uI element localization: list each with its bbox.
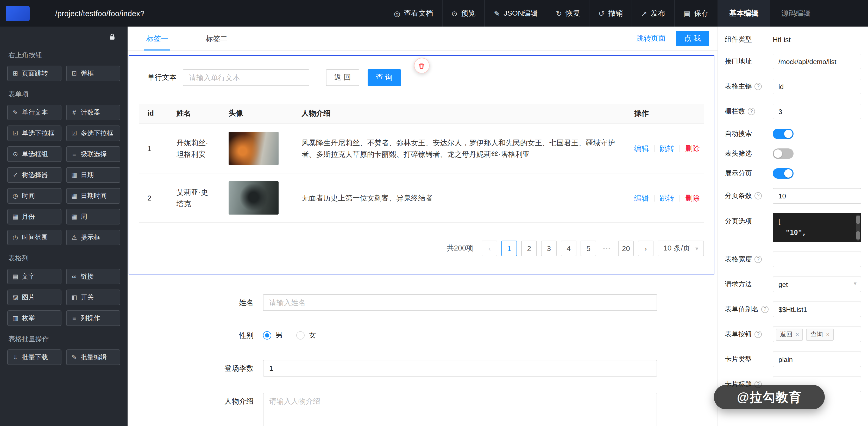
pagination-page-3[interactable]: 3 xyxy=(541,241,557,256)
help-icon[interactable] xyxy=(754,256,762,263)
image-icon: ▨ xyxy=(12,294,19,301)
save-button[interactable]: ▣ 保存 xyxy=(674,0,717,27)
table-width-label-text: 表格宽度 xyxy=(725,255,752,264)
publish-button[interactable]: ↗ 发布 xyxy=(631,0,674,27)
tag-back[interactable]: 返回 xyxy=(776,328,803,340)
sidebar-item-enum-column[interactable]: ▥ 枚举 xyxy=(7,310,61,326)
search-input[interactable] xyxy=(183,69,309,86)
save-icon: ▣ xyxy=(684,9,690,18)
json-edit-button[interactable]: ✎ JSON编辑 xyxy=(485,0,547,27)
pagination-prev-button[interactable]: ‹ xyxy=(482,241,497,256)
sidebar-item-switch-column[interactable]: ◧ 开关 xyxy=(66,290,120,305)
sidebar-item-label: 计数器 xyxy=(81,108,100,117)
help-icon[interactable] xyxy=(761,306,769,313)
radio-male[interactable]: 男 xyxy=(263,331,283,340)
pagination-page-1[interactable]: 1 xyxy=(501,241,517,256)
help-icon[interactable] xyxy=(754,331,762,338)
tab-two[interactable]: 标签二 xyxy=(204,27,229,50)
help-icon[interactable] xyxy=(754,192,762,200)
pagination-next-button[interactable]: › xyxy=(638,241,653,256)
undo-button[interactable]: ↺ 撤销 xyxy=(589,0,631,27)
card-type-input[interactable] xyxy=(773,352,861,367)
sidebar-item-page-jump[interactable]: ⊞ 页面跳转 xyxy=(7,66,61,81)
sidebar-item-column-actions[interactable]: ≡ 列操作 xyxy=(66,310,120,326)
tag-query[interactable]: 查询 xyxy=(806,328,834,340)
grid-cols-input[interactable] xyxy=(773,104,861,119)
cell-name: 丹妮莉丝·坦格利安 xyxy=(168,131,220,166)
edit-link[interactable]: 编辑 xyxy=(634,194,649,202)
request-method-select[interactable] xyxy=(773,277,861,292)
page-size-input[interactable] xyxy=(773,188,861,204)
sidebar-item-date[interactable]: ▦ 日期 xyxy=(66,167,120,183)
sidebar-item-datetime[interactable]: ▦ 日期时间 xyxy=(66,188,120,204)
sidebar-item-counter[interactable]: # 计数器 xyxy=(66,105,120,120)
component-sidebar: 右上角按钮 ⊞ 页面跳转 ⊡ 弹框 表单项 ✎ 单行文本 # 计数器 ☑ xyxy=(0,27,128,426)
sidebar-item-tooltip-box[interactable]: ⚠ 提示框 xyxy=(66,230,120,245)
sidebar-item-single-select[interactable]: ☑ 单选下拉框 xyxy=(7,125,61,141)
jump-link[interactable]: 跳转 xyxy=(660,144,674,153)
pagination-page-2[interactable]: 2 xyxy=(521,241,537,256)
preview-button[interactable]: ⊙ 预览 xyxy=(442,0,485,27)
sidebar-item-time-range[interactable]: ◷ 时间范围 xyxy=(7,230,61,245)
sidebar-item-text-column[interactable]: ▤ 文字 xyxy=(7,269,61,284)
sidebar-item-month[interactable]: ▦ 月份 xyxy=(7,209,61,224)
sidebar-item-radio-group[interactable]: ⊙ 单选框组 xyxy=(7,146,61,162)
help-icon[interactable] xyxy=(748,108,755,115)
click-me-button[interactable]: 点 我 xyxy=(676,30,709,46)
sidebar-item-modal[interactable]: ⊡ 弹框 xyxy=(66,66,120,81)
sidebar-item-week[interactable]: ▦ 周 xyxy=(66,209,120,224)
sidebar-item-label: 页面跳转 xyxy=(22,69,48,78)
sidebar-item-image-column[interactable]: ▨ 图片 xyxy=(7,290,61,305)
row-key-input[interactable] xyxy=(773,79,861,94)
query-button[interactable]: 查 询 xyxy=(368,69,401,86)
restore-button[interactable]: ↻ 恢复 xyxy=(547,0,589,27)
tab-source-edit[interactable]: 源码编辑 xyxy=(770,0,822,27)
jump-link[interactable]: 跳转 xyxy=(660,194,674,202)
sidebar-item-link-column[interactable]: ∞ 链接 xyxy=(66,269,120,284)
table-width-input[interactable] xyxy=(773,251,861,267)
selected-component-panel[interactable]: 单行文本 返 回 查 询 id 姓名 头像 人物介绍 操作 1 xyxy=(129,55,714,274)
app-logo[interactable] xyxy=(6,5,30,21)
intro-field[interactable] xyxy=(263,393,657,426)
lock-icon[interactable] xyxy=(108,33,116,41)
form-value-alias-input[interactable] xyxy=(773,302,861,317)
sidebar-item-multi-select[interactable]: ☑ 多选下拉框 xyxy=(66,125,120,141)
auto-search-toggle[interactable] xyxy=(773,129,794,139)
header-filter-toggle[interactable] xyxy=(773,148,794,159)
sidebar-item-single-line-text[interactable]: ✎ 单行文本 xyxy=(7,105,61,120)
pagination-page-20[interactable]: 20 xyxy=(618,241,634,256)
sidebar-item-batch-edit[interactable]: ✎ 批量编辑 xyxy=(66,349,120,365)
pagination-ellipsis[interactable]: ••• xyxy=(600,246,614,251)
pagination-page-4[interactable]: 4 xyxy=(561,241,577,256)
sidebar-item-tree-select[interactable]: ✓ 树选择器 xyxy=(7,167,61,183)
season-field[interactable] xyxy=(263,360,657,376)
help-icon[interactable] xyxy=(754,83,762,90)
api-url-input[interactable] xyxy=(773,54,861,69)
name-field[interactable] xyxy=(263,294,657,311)
page-size-select[interactable]: 10 条/页 xyxy=(658,241,704,256)
edit-link[interactable]: 编辑 xyxy=(634,144,649,153)
request-method-value[interactable] xyxy=(773,277,861,292)
page-options-code-editor[interactable]: [ "10", xyxy=(773,213,861,242)
radio-female[interactable]: 女 xyxy=(296,331,316,340)
back-button[interactable]: 返 回 xyxy=(326,69,359,86)
show-pagination-toggle[interactable] xyxy=(773,168,794,179)
jump-page-link[interactable]: 跳转页面 xyxy=(636,34,665,43)
sidebar-item-batch-download[interactable]: ⇓ 批量下载 xyxy=(7,349,61,365)
delete-component-button[interactable] xyxy=(414,58,429,73)
sidebar-item-label: 单行文本 xyxy=(22,108,48,117)
gender-radio-group: 男 女 xyxy=(263,327,657,344)
sidebar-item-time[interactable]: ◷ 时间 xyxy=(7,188,61,204)
delete-link[interactable]: 删除 xyxy=(685,144,700,153)
json-edit-label: JSON编辑 xyxy=(503,8,538,18)
tab-basic-edit[interactable]: 基本编辑 xyxy=(717,0,770,27)
delete-link[interactable]: 删除 xyxy=(685,194,700,202)
form-buttons-tag-input[interactable]: 返回 查询 xyxy=(773,327,861,342)
pagination-page-5[interactable]: 5 xyxy=(581,241,596,256)
column-header-intro: 人物介绍 xyxy=(293,104,626,123)
view-docs-button[interactable]: ◎ 查看文档 xyxy=(384,0,442,27)
header-filter-label: 表头筛选 xyxy=(725,149,773,158)
sidebar-item-cascader[interactable]: ≡ 级联选择 xyxy=(66,146,120,162)
code-scrollbar[interactable] xyxy=(856,215,860,241)
tab-one[interactable]: 标签一 xyxy=(144,27,170,50)
